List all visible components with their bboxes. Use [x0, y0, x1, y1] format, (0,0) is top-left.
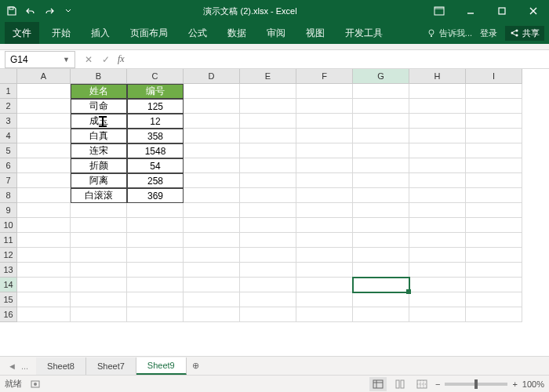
cell-D7[interactable] [184, 173, 240, 188]
cell-D5[interactable] [184, 143, 240, 158]
cell-I2[interactable] [466, 99, 522, 114]
cell-E5[interactable] [240, 143, 296, 158]
cell-C1[interactable]: 编号 [127, 84, 184, 99]
cell-G10[interactable] [353, 218, 409, 233]
row-header-9[interactable]: 9 [0, 203, 17, 218]
zoom-out-button[interactable]: − [435, 379, 440, 389]
cell-I15[interactable] [466, 292, 522, 307]
col-header-H[interactable]: H [409, 69, 466, 84]
cell-G13[interactable] [353, 263, 409, 278]
cell-E1[interactable] [240, 84, 296, 99]
col-header-I[interactable]: I [466, 69, 522, 84]
cell-G2[interactable] [353, 99, 409, 114]
ribbon-options-icon[interactable] [424, 0, 455, 22]
tab-insert[interactable]: 插入 [83, 22, 118, 44]
cell-E9[interactable] [240, 203, 296, 218]
cell-C15[interactable] [127, 292, 184, 307]
row-header-11[interactable]: 11 [0, 233, 17, 248]
cell-B1[interactable]: 姓名 [71, 84, 127, 99]
cell-B14[interactable] [71, 278, 127, 292]
cell-I9[interactable] [466, 203, 522, 218]
cell-C4[interactable]: 358 [127, 129, 184, 143]
cell-I10[interactable] [466, 218, 522, 233]
cell-E10[interactable] [240, 218, 296, 233]
cell-H12[interactable] [409, 248, 466, 263]
save-icon[interactable] [3, 3, 20, 19]
tab-page-layout[interactable]: 页面布局 [122, 22, 176, 44]
col-header-B[interactable]: B [71, 69, 127, 84]
cell-C12[interactable] [127, 248, 184, 263]
cell-D14[interactable] [184, 278, 240, 292]
cell-G12[interactable] [353, 248, 409, 263]
cell-G1[interactable] [353, 84, 409, 99]
cell-A13[interactable] [17, 263, 71, 278]
cell-H9[interactable] [409, 203, 466, 218]
cell-E12[interactable] [240, 248, 296, 263]
cell-D8[interactable] [184, 188, 240, 203]
cell-B5[interactable]: 连宋 [71, 143, 127, 158]
name-box[interactable]: G14 ▼ [5, 51, 75, 68]
cell-F15[interactable] [296, 292, 353, 307]
cell-B10[interactable] [71, 218, 127, 233]
cell-F14[interactable] [296, 278, 353, 292]
close-icon[interactable] [518, 0, 549, 22]
cell-F6[interactable] [296, 158, 353, 173]
cell-F9[interactable] [296, 203, 353, 218]
cell-D3[interactable] [184, 114, 240, 129]
cell-I14[interactable] [466, 278, 522, 292]
tab-home[interactable]: 开始 [44, 22, 78, 44]
cell-B15[interactable] [71, 292, 127, 307]
row-header-12[interactable]: 12 [0, 248, 17, 263]
cell-B13[interactable] [71, 263, 127, 278]
cell-G16[interactable] [353, 307, 409, 322]
cell-I6[interactable] [466, 158, 522, 173]
cell-A9[interactable] [17, 203, 71, 218]
cell-D13[interactable] [184, 263, 240, 278]
cell-C14[interactable] [127, 278, 184, 292]
cell-H16[interactable] [409, 307, 466, 322]
cell-H10[interactable] [409, 218, 466, 233]
cell-B3[interactable]: 成玉 [71, 114, 127, 129]
cell-G14[interactable] [353, 278, 409, 292]
cell-I1[interactable] [466, 84, 522, 99]
col-header-A[interactable]: A [17, 69, 71, 84]
cell-D11[interactable] [184, 233, 240, 248]
row-header-1[interactable]: 1 [0, 84, 17, 99]
cell-A3[interactable] [17, 114, 71, 129]
redo-icon[interactable] [41, 3, 58, 19]
cell-E11[interactable] [240, 233, 296, 248]
cell-C10[interactable] [127, 218, 184, 233]
cell-A5[interactable] [17, 143, 71, 158]
cell-F4[interactable] [296, 129, 353, 143]
cell-C3[interactable]: 12 [127, 114, 184, 129]
cell-C16[interactable] [127, 307, 184, 322]
col-header-C[interactable]: C [127, 69, 184, 84]
tell-me-search[interactable]: 告诉我... [427, 27, 472, 39]
cell-C8[interactable]: 369 [127, 188, 184, 203]
cell-H15[interactable] [409, 292, 466, 307]
row-header-8[interactable]: 8 [0, 188, 17, 203]
cell-G5[interactable] [353, 143, 409, 158]
cell-A11[interactable] [17, 233, 71, 248]
row-header-3[interactable]: 3 [0, 114, 17, 129]
cell-F3[interactable] [296, 114, 353, 129]
cell-A7[interactable] [17, 173, 71, 188]
cell-E6[interactable] [240, 158, 296, 173]
macro-record-icon[interactable] [30, 379, 41, 390]
cell-H3[interactable] [409, 114, 466, 129]
cell-B12[interactable] [71, 248, 127, 263]
cell-A10[interactable] [17, 218, 71, 233]
view-normal-icon[interactable] [369, 377, 387, 391]
cell-D10[interactable] [184, 218, 240, 233]
cell-D4[interactable] [184, 129, 240, 143]
cell-B9[interactable] [71, 203, 127, 218]
cell-A1[interactable] [17, 84, 71, 99]
cell-C7[interactable]: 258 [127, 173, 184, 188]
fx-icon[interactable]: fx [118, 53, 125, 65]
cell-H14[interactable] [409, 278, 466, 292]
cell-I5[interactable] [466, 143, 522, 158]
spreadsheet-grid[interactable]: ABCDEFGHI1姓名编号2司命1253成玉124白真3585连宋15486折… [0, 69, 549, 356]
cell-F12[interactable] [296, 248, 353, 263]
cell-D1[interactable] [184, 84, 240, 99]
tab-developer[interactable]: 开发工具 [337, 22, 391, 44]
